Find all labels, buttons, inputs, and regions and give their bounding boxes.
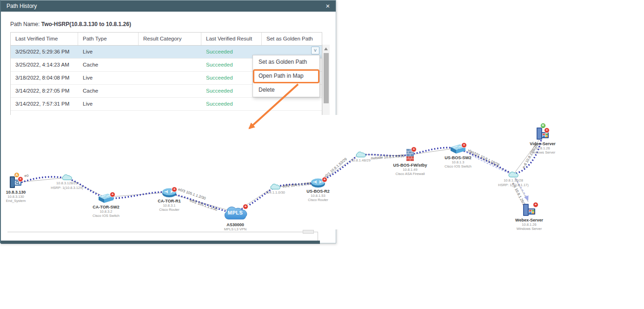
map-node-us-bos-fw[interactable]: + US-BOS-FW/stby 10.8.1.49 Cisco ASA Fir…	[389, 148, 431, 176]
row-context-menu: Set as Golden Path Open Path in Map Dele…	[252, 55, 320, 97]
dialog-title: Path History	[7, 3, 37, 9]
alert-badge-icon: +	[322, 177, 327, 182]
cell-result: Succeeded	[201, 98, 262, 110]
node-name: AS30000	[214, 222, 256, 227]
alert-badge-icon: +	[461, 142, 467, 148]
cell-time: 3/14/2022, 8:27:05 PM	[11, 85, 78, 97]
menu-item-delete[interactable]: Delete	[253, 83, 319, 97]
node-name: 10.8.3.130	[0, 190, 37, 195]
node-name: US-BOS-SW2	[437, 155, 479, 160]
cell-result-category	[139, 72, 201, 84]
node-name: 104.1.1.0/30	[254, 190, 296, 195]
close-icon[interactable]: ×	[323, 0, 333, 12]
path-name-line: Path Name: Two-HSRP(10.8.3.130 to 10.8.1…	[10, 21, 131, 27]
golden-path-dropdown-button[interactable]: ˅	[311, 47, 319, 54]
alert-badge-icon: +	[243, 204, 248, 209]
alert-badge-icon: +	[411, 147, 417, 152]
map-node-ca-tor-sw2[interactable]: + CA-TOR-SW2 10.8.3.2 Cisco IOS Switch	[85, 193, 127, 218]
column-header-path-type[interactable]: Path Type	[78, 33, 139, 45]
map-node-us-bos-sw2[interactable]: + US-BOS-SW2 10.8.1.3 Cisco IOS Switch	[437, 143, 479, 168]
map-node-video-server[interactable]: R + Video-Server 10.8.1.26 Windows Serve…	[522, 127, 564, 154]
table-vertical-scrollbar[interactable]	[322, 45, 330, 119]
map-node-hsrp-cloud-2[interactable]: 10.8.1.16/28 HSRP: 1(10.8.1.17)	[492, 172, 534, 187]
node-type: Windows Server	[508, 227, 550, 231]
cell-result-category	[139, 98, 201, 110]
node-type: End_System	[0, 199, 37, 203]
path-map-panel[interactable]: e0 e0/3 105.1.1.2/30 e0/2 105.1.1.1/30 e…	[1, 115, 644, 229]
cell-time: 3/25/2022, 4:14:23 AM	[11, 59, 78, 71]
cell-path-type: Live	[78, 98, 139, 110]
cell-result-category	[139, 59, 201, 71]
column-header-last-verified-result[interactable]: Last Verified Result	[201, 33, 262, 45]
alert-badge-icon: +	[110, 192, 115, 197]
chevron-down-icon: ˅	[314, 47, 317, 53]
link-label: e0/2 105.1.1.1/30	[189, 198, 218, 212]
node-hsrp: HSRP: 1(10.8.1.17)	[492, 183, 534, 187]
node-ip: 10.8.1.26	[508, 222, 550, 227]
menu-item-set-as-golden-path[interactable]: Set as Golden Path	[253, 55, 319, 69]
map-node-ca-tor-r1[interactable]: + CA-TOR-R1 10.8.3.1 Cisco Router	[148, 188, 190, 212]
node-name: CA-TOR-R1	[148, 199, 190, 203]
node-name: US-BOS-R2	[297, 189, 339, 194]
node-name: CA-TOR-SW2	[85, 205, 127, 209]
node-ip: 10.8.3.130	[0, 195, 37, 199]
cell-time: 3/25/2022, 5:29:36 PM	[11, 46, 78, 58]
path-name-value: Two-HSRP(10.8.3.130 to 10.8.1.26)	[41, 21, 131, 27]
node-type: Cisco IOS Switch	[437, 164, 479, 168]
menu-item-open-path-in-map[interactable]: Open Path in Map	[253, 69, 319, 83]
node-type: Cisco Router	[148, 208, 190, 212]
node-ip: 10.8.3.1	[148, 203, 190, 208]
node-ip: 10.8.1.53	[297, 194, 339, 198]
map-node-mpls-cloud[interactable]: + MPLS AS30000 MPLS L3 VPN	[214, 204, 256, 231]
mpls-cloud-label: MPLS	[222, 210, 248, 215]
node-name: US-BOS-FW/stby	[389, 163, 431, 168]
cell-result-category	[139, 46, 201, 58]
path-name-label: Path Name:	[10, 21, 40, 27]
node-ip: 10.8.1.49	[389, 168, 431, 172]
cell-path-type: Cache	[78, 85, 139, 97]
map-node-subnet-cloud[interactable]: 10.8.1.48/29	[340, 152, 382, 163]
table-header-row: Last Verified Time Path Type Result Cate…	[11, 33, 322, 46]
alert-badge-icon: +	[172, 187, 177, 192]
cell-result-category	[139, 85, 201, 97]
column-header-result-category[interactable]: Result Category	[139, 33, 201, 45]
node-name: 10.8.1.48/29	[340, 158, 382, 163]
screenshot-stage: Path History × Path Name: Two-HSRP(10.8.…	[0, 0, 644, 309]
node-type: Cisco IOS Switch	[85, 214, 127, 218]
cell-path-type: Live	[78, 72, 139, 84]
map-node-subnet-cloud[interactable]: 104.1.1.0/30	[254, 184, 296, 195]
cell-time: 3/14/2022, 7:57:31 PM	[11, 98, 78, 110]
scrollbar-thumb[interactable]	[324, 53, 329, 103]
node-type: MPLS L3 VPN	[214, 227, 256, 231]
node-ip: 10.8.3.2	[85, 209, 127, 214]
alert-badge-icon: +	[18, 176, 23, 182]
table-row[interactable]: 3/14/2022, 7:57:31 PM Live Succeeded	[11, 98, 322, 111]
dialog-titlebar: Path History ×	[1, 0, 336, 12]
node-ip: 10.8.1.26	[522, 146, 564, 150]
cell-path-type: Live	[78, 46, 139, 58]
node-name: Video-Server	[522, 141, 564, 146]
alert-badge-icon: +	[544, 128, 550, 133]
map-node-webex-server[interactable]: + Webex-Server 10.8.1.26 Windows Server	[508, 203, 550, 231]
node-hsrp: HSRP: 1(10.8.3.129)	[46, 186, 88, 190]
node-type: Cisco Router	[297, 198, 339, 202]
node-type: Windows Server	[522, 150, 564, 154]
map-node-hsrp-cloud-1[interactable]: 10.8.3.128/25 HSRP: 1(10.8.3.129)	[46, 175, 88, 190]
dialog-bottom-edge	[1, 241, 320, 244]
column-header-set-as-golden-path[interactable]: Set as Golden Path	[262, 33, 322, 45]
node-name: Webex-Server	[508, 218, 550, 222]
column-header-last-verified-time[interactable]: Last Verified Time	[11, 33, 78, 45]
cell-time: 3/18/2022, 8:04:08 PM	[11, 72, 78, 84]
node-name: 10.8.1.16/28	[492, 178, 534, 183]
map-node-end-system[interactable]: A + 10.8.3.130 10.8.3.130 End_System	[0, 175, 37, 203]
node-ip: 10.8.1.3	[437, 160, 479, 164]
node-type: Cisco ASA Firewall	[389, 172, 431, 176]
cell-path-type: Cache	[78, 59, 139, 71]
scrollbar-up-arrow-icon[interactable]	[324, 47, 328, 50]
alert-badge-icon: +	[533, 202, 538, 208]
map-node-us-bos-r2[interactable]: + US-BOS-R2 10.8.1.53 Cisco Router	[297, 178, 339, 202]
node-name: 10.8.3.128/25	[46, 181, 88, 186]
